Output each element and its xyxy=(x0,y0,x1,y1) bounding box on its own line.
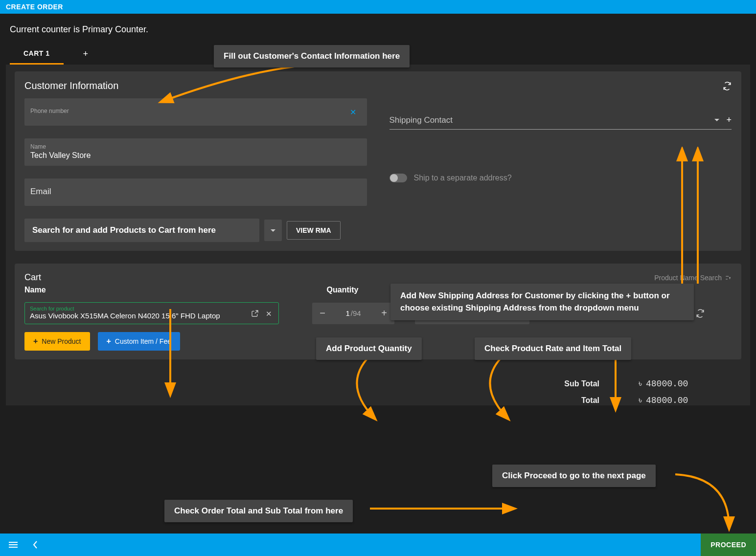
customer-panel: Customer Information Phone number ✕ Name… xyxy=(15,71,741,251)
add-shipping-button[interactable]: + xyxy=(726,115,732,125)
new-product-button[interactable]: + New Product xyxy=(24,332,90,351)
product-search-field[interactable]: Search for product Asus Vivobook X515MA … xyxy=(24,302,279,324)
top-bar: CREATE ORDER xyxy=(0,0,756,14)
name-label: Name xyxy=(30,143,361,150)
refresh-icon[interactable] xyxy=(723,82,732,90)
product-search-value: Asus Vivobook X515MA Celeron N4020 15.6"… xyxy=(30,311,274,320)
menu-icon[interactable] xyxy=(9,540,18,549)
custom-item-button[interactable]: + Custom Item / Fee xyxy=(98,332,181,351)
callout-rate: Check Product Rate and Item Total xyxy=(475,337,631,360)
header-name: Name xyxy=(24,286,298,294)
bottom-bar: PROCEED xyxy=(0,534,756,556)
app-title: CREATE ORDER xyxy=(6,3,63,11)
currency-icon: ৳ xyxy=(639,379,642,389)
qty-value: 1 xyxy=(345,309,349,317)
back-icon[interactable] xyxy=(32,540,38,549)
chevron-down-icon xyxy=(271,229,275,232)
product-search-label: Search for product xyxy=(30,306,274,311)
order-totals: Sub Total ৳ 48000.00 Total ৳ 48000.00 xyxy=(15,379,707,405)
callout-shipping: Add New Shipping Address for Customer by… xyxy=(390,284,694,320)
search-dropdown-handle[interactable] xyxy=(264,220,282,241)
tab-cart1[interactable]: CART 1 xyxy=(10,44,64,65)
callout-qty: Add Product Quantity xyxy=(316,337,422,360)
product-name-search-toggle[interactable]: Product Name Search xyxy=(654,274,732,282)
subtotal-label: Sub Total xyxy=(531,379,599,388)
new-product-label: New Product xyxy=(42,337,81,345)
cart-title: Cart xyxy=(24,272,41,283)
phone-field[interactable]: Phone number ✕ xyxy=(24,98,367,126)
email-label: Email xyxy=(30,187,361,197)
subtotal-value: 48000.00 xyxy=(646,379,688,389)
header-qty: Quantity xyxy=(298,286,387,294)
qty-plus-button[interactable]: + xyxy=(376,305,392,322)
quantity-stepper: − 1 /94 + xyxy=(312,303,394,324)
custom-item-label: Custom Item / Fee xyxy=(115,337,171,345)
proceed-button[interactable]: PROCEED xyxy=(701,534,756,556)
qty-minus-button[interactable]: − xyxy=(314,305,331,322)
view-rma-button[interactable]: VIEW RMA xyxy=(287,221,341,240)
plus-icon: + xyxy=(107,337,111,346)
shipping-contact-label: Shipping Contact xyxy=(389,115,708,125)
email-field[interactable]: Email xyxy=(24,178,367,206)
clear-product-icon[interactable]: ✕ xyxy=(266,310,274,317)
product-search-entry[interactable]: Search for and add Products to Cart from… xyxy=(24,219,259,242)
plus-icon: + xyxy=(33,337,38,346)
customer-info-title: Customer Information xyxy=(24,80,118,91)
qty-value-display[interactable]: 1 /94 xyxy=(345,309,361,317)
ship-separate-toggle[interactable] xyxy=(389,174,407,182)
name-value: Tech Valley Store xyxy=(30,151,361,160)
open-external-icon[interactable] xyxy=(251,310,259,317)
shipping-contact-dropdown[interactable] xyxy=(714,119,719,121)
arrow-graphic xyxy=(670,469,739,533)
product-name-search-label: Product Name Search xyxy=(654,274,722,282)
total-value: 48000.00 xyxy=(646,396,688,405)
callout-proceed: Click Proceed to go to the next page xyxy=(492,465,656,487)
add-tab-button[interactable]: + xyxy=(83,49,89,59)
total-label: Total xyxy=(531,396,599,405)
phone-label: Phone number xyxy=(30,108,361,114)
refresh-line-icon[interactable] xyxy=(696,309,705,318)
stock-value: 94 xyxy=(353,309,361,317)
text-size-icon xyxy=(725,274,732,281)
currency-icon: ৳ xyxy=(639,396,642,405)
clear-phone-icon[interactable]: ✕ xyxy=(350,108,356,117)
callout-customer-info: Fill out Customer's Contact Information … xyxy=(214,45,410,67)
name-field[interactable]: Name Tech Valley Store xyxy=(24,138,367,166)
ship-separate-label: Ship to a separate address? xyxy=(414,174,512,182)
arrow-graphic xyxy=(367,495,519,514)
counter-info: Current counter is Primary Counter. xyxy=(10,24,754,35)
callout-totals: Check Order Total and Sub Total from her… xyxy=(164,500,353,522)
